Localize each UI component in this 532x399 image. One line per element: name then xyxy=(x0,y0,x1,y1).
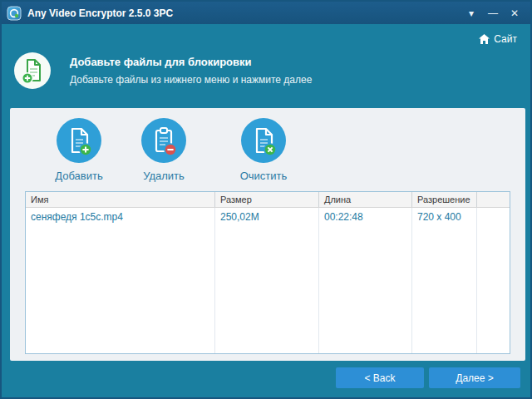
column-header-resolution[interactable]: Разрешение xyxy=(412,192,477,207)
file-table-header: Имя Размер Длина Разрешение xyxy=(26,192,510,208)
cell-extra xyxy=(477,208,510,226)
main-panel: Добавить Удалить Очи xyxy=(10,108,525,361)
cell-length: 00:22:48 xyxy=(319,208,412,226)
column-header-size[interactable]: Размер xyxy=(215,192,319,207)
header-texts: Добавьте файлы для блокировки Добавьте ф… xyxy=(70,56,312,86)
app-window: Any Video Encryptor 2.5.0 3PC ▾ — ✕ Сайт… xyxy=(0,0,532,399)
delete-file-icon xyxy=(141,118,186,163)
column-divider xyxy=(318,208,319,353)
titlebar: Any Video Encryptor 2.5.0 3PC ▾ — ✕ xyxy=(2,2,530,24)
home-icon xyxy=(479,34,490,44)
add-files-badge-icon xyxy=(13,52,52,90)
file-table: Имя Размер Длина Разрешение сеняфедя 1с5… xyxy=(25,191,510,354)
page-subtitle: Добавьте файлы из нижнего меню и нажмите… xyxy=(70,74,312,86)
page-header: Добавьте файлы для блокировки Добавьте ф… xyxy=(13,52,312,90)
column-header-name[interactable]: Имя xyxy=(26,192,215,207)
back-button[interactable]: < Back xyxy=(336,367,424,388)
site-link[interactable]: Сайт xyxy=(479,33,517,45)
add-file-icon xyxy=(57,118,101,163)
close-button[interactable]: ✕ xyxy=(505,5,524,22)
cell-resolution: 720 x 400 xyxy=(412,208,477,226)
cell-size: 250,02M xyxy=(215,208,319,226)
clear-files-label: Очистить xyxy=(228,170,299,182)
minimize-button[interactable]: — xyxy=(484,5,502,22)
delete-files-button[interactable]: Удалить xyxy=(128,118,200,182)
window-controls: ▾ — ✕ xyxy=(462,2,524,24)
app-logo-icon xyxy=(7,6,22,21)
add-files-button[interactable]: Добавить xyxy=(43,118,115,182)
page-title: Добавьте файлы для блокировки xyxy=(70,56,312,68)
add-files-label: Добавить xyxy=(43,170,115,182)
column-header-extra xyxy=(477,192,510,207)
site-link-label: Сайт xyxy=(494,33,517,45)
column-divider xyxy=(476,208,477,353)
column-header-length[interactable]: Длина xyxy=(319,192,412,207)
delete-files-label: Удалить xyxy=(128,170,200,182)
table-row[interactable]: сеняфедя 1с5с.mp4 250,02M 00:22:48 720 x… xyxy=(26,208,510,226)
cell-name: сеняфедя 1с5с.mp4 xyxy=(26,208,215,226)
menu-caret-icon[interactable]: ▾ xyxy=(462,5,480,22)
clear-files-button[interactable]: Очистить xyxy=(228,118,299,182)
clear-list-icon xyxy=(241,118,286,163)
table-body: сеняфедя 1с5с.mp4 250,02M 00:22:48 720 x… xyxy=(26,208,510,353)
window-title: Any Video Encryptor 2.5.0 3PC xyxy=(27,7,173,19)
column-divider xyxy=(214,208,215,353)
column-divider xyxy=(411,208,412,353)
next-button[interactable]: Далее > xyxy=(429,367,520,388)
